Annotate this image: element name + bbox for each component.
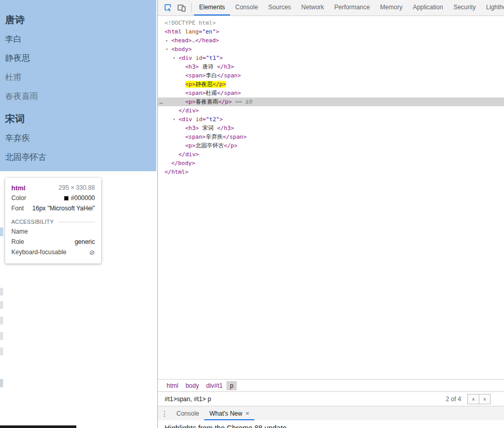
dom-tree-node[interactable]: </div>: [158, 106, 504, 115]
window-edge-artifact: [0, 317, 3, 324]
breadcrumb-item-div-t1[interactable]: div#t1: [203, 381, 226, 390]
collapse-arrow-icon[interactable]: ▸: [166, 36, 171, 45]
tooltip-accessibility-header: ACCESSIBILITY: [11, 219, 95, 225]
screen: 唐诗李白静夜思杜甫春夜喜雨宋词辛弃疾北固亭怀古 html 295 × 330.8…: [0, 0, 504, 428]
devtools-panel: ElementsConsoleSourcesNetworkPerformance…: [157, 0, 504, 428]
dom-tree-node[interactable]: ▾<div id="t1">: [158, 54, 504, 62]
page-content: 唐诗李白静夜思杜甫春夜喜雨宋词辛弃疾北固亭怀古: [5, 0, 154, 163]
breadcrumb-item-body[interactable]: body: [182, 381, 203, 390]
tab-performance[interactable]: Performance: [329, 0, 375, 15]
expand-arrow-icon[interactable]: ▾: [173, 115, 178, 124]
dom-tree-node[interactable]: <span>辛弃疾</span>: [158, 133, 504, 141]
elements-search-bar: 2 of 4 ∧ ∨: [158, 391, 504, 406]
previous-match-button[interactable]: ∧: [467, 394, 479, 404]
dom-tree-node[interactable]: <p>北固亭怀古</p>: [158, 141, 504, 150]
not-allowed-icon: ⊘: [89, 249, 95, 256]
tab-security[interactable]: Security: [448, 0, 481, 15]
toolbar-separator: [191, 3, 192, 12]
tooltip-dimensions: 295 × 330.88: [59, 184, 95, 191]
expand-arrow-icon[interactable]: ▾: [173, 54, 178, 62]
color-swatch: [64, 196, 69, 201]
browser-page: 唐诗李白静夜思杜甫春夜喜雨宋词辛弃疾北固亭怀古 html 295 × 330.8…: [0, 0, 157, 428]
search-match-highlight: <p>静夜思</p>: [185, 81, 226, 88]
tooltip-name-label: Name: [11, 228, 28, 235]
dom-tree-node[interactable]: <span>李白</span>: [158, 71, 504, 80]
tooltip-role-value: generic: [75, 238, 95, 245]
dom-tree-node[interactable]: <h3> 宋词 </h3>: [158, 124, 504, 133]
drawer-tab-label: What's New: [209, 407, 242, 420]
tab-network[interactable]: Network: [296, 0, 329, 15]
page-text: 春夜喜雨: [5, 91, 154, 102]
dom-tree-node[interactable]: ▾<body>: [158, 45, 504, 54]
breadcrumb: htmlbodydiv#t1p: [158, 379, 504, 391]
tooltip-color-value: #000000: [71, 194, 95, 202]
tooltip-color-label: Color: [11, 194, 26, 202]
page-text: 北固亭怀古: [5, 152, 154, 163]
expand-arrow-icon[interactable]: ▾: [166, 45, 171, 54]
breadcrumb-item-html[interactable]: html: [163, 381, 182, 390]
devtools-tabs: ElementsConsoleSourcesNetworkPerformance…: [194, 0, 504, 15]
dom-tree-node[interactable]: </div>: [158, 150, 504, 159]
device-toolbar-icon[interactable]: [175, 1, 188, 14]
node-overflow-dots[interactable]: …: [159, 97, 163, 106]
close-icon[interactable]: ×: [246, 407, 250, 420]
window-edge-artifact: [0, 348, 3, 355]
tooltip-role-label: Role: [11, 238, 24, 245]
page-text: 杜甫: [5, 72, 154, 83]
drawer-tab-label: Console: [176, 407, 199, 420]
dom-tree-node[interactable]: </html>: [158, 168, 504, 176]
elements-tree: <!DOCTYPE html><html lang="en">▸<head>…<…: [158, 16, 504, 379]
dom-tree-node[interactable]: ▸<head>…</head>: [158, 36, 504, 45]
dom-tree-node[interactable]: <p>静夜思</p>: [158, 80, 504, 89]
tab-elements[interactable]: Elements: [194, 0, 230, 15]
divider: [58, 222, 95, 222]
page-heading: 唐诗: [5, 13, 154, 26]
tab-application[interactable]: Application: [408, 0, 448, 15]
breadcrumb-item-p[interactable]: p: [226, 381, 237, 390]
drawer-tabs: ConsoleWhat's New×: [171, 406, 254, 420]
dom-tree-node[interactable]: <h3> 唐诗 </h3>: [158, 62, 504, 71]
tab-sources[interactable]: Sources: [263, 0, 296, 15]
window-edge-artifact: [0, 288, 3, 295]
window-edge-artifact: [0, 227, 3, 236]
tab-console[interactable]: Console: [230, 0, 263, 15]
bottom-edge-artifact: [0, 425, 76, 428]
kebab-menu-icon[interactable]: ⋮: [158, 409, 171, 418]
page-heading: 宋词: [5, 112, 154, 125]
dom-tree-node[interactable]: </body>: [158, 159, 504, 168]
drawer-tab-console[interactable]: Console: [171, 406, 204, 420]
dom-tree-node[interactable]: …<p>春夜喜雨</p> == $0: [158, 97, 504, 106]
search-input[interactable]: [158, 396, 446, 403]
tooltip-element-tag: html: [11, 184, 25, 192]
tooltip-focusable-label: Keyboard-focusable: [11, 249, 67, 256]
dom-tree-node[interactable]: <span>杜甫</span>: [158, 89, 504, 97]
search-match-count: 2 of 4: [446, 396, 461, 403]
window-edge-artifact: [0, 379, 3, 387]
devtools-toolbar: ElementsConsoleSourcesNetworkPerformance…: [158, 0, 504, 16]
page-text: 辛弃疾: [5, 133, 154, 144]
inspect-tooltip: html 295 × 330.88 Color #000000 Font 16p…: [5, 178, 101, 264]
page-text: 李白: [5, 34, 154, 45]
window-edge-artifact: [0, 301, 3, 309]
tooltip-font-label: Font: [11, 205, 24, 212]
dom-tree-node[interactable]: ▾<div id="t2">: [158, 115, 504, 124]
window-edge-artifact: [0, 332, 3, 340]
tab-lighthouse[interactable]: Lighthouse: [481, 0, 504, 15]
whats-new-content: Highlights from the Chrome 88 update: [158, 420, 504, 428]
tooltip-font-value: 16px "Microsoft YaHei": [32, 205, 95, 212]
tab-memory[interactable]: Memory: [375, 0, 408, 15]
next-match-button[interactable]: ∨: [479, 394, 491, 404]
dom-tree-node[interactable]: <!DOCTYPE html>: [158, 19, 504, 27]
page-text: 静夜思: [5, 53, 154, 64]
drawer-tab-what-s-new[interactable]: What's New×: [204, 406, 254, 420]
drawer-tab-bar: ⋮ ConsoleWhat's New×: [158, 406, 504, 420]
dom-tree-node[interactable]: <html lang="en">: [158, 27, 504, 36]
inspect-element-icon[interactable]: [161, 1, 175, 14]
whats-new-heading: Highlights from the Chrome 88 update: [165, 424, 287, 428]
